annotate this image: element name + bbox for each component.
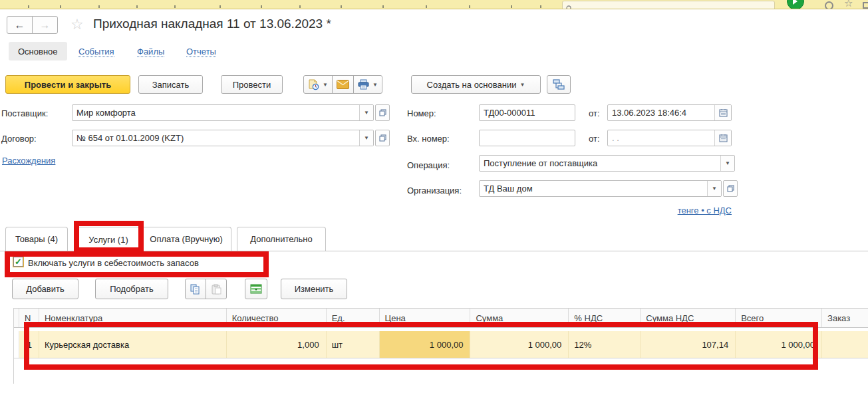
chevron-down-icon[interactable]: ▼: [707, 181, 721, 196]
paste-rows-button[interactable]: [206, 279, 227, 299]
col-quantity: Количество: [227, 309, 327, 327]
create-based-on-button[interactable]: Создать на основании ▼: [411, 75, 541, 94]
open-in-window-icon: [379, 134, 386, 142]
cell-price-selected[interactable]: 1 000,00: [380, 331, 471, 358]
date-label: от:: [589, 108, 600, 118]
open-in-window-icon: [379, 109, 386, 116]
tab-goods[interactable]: Товары (4): [5, 227, 68, 251]
print-button[interactable]: ▼: [353, 75, 382, 94]
change-list-settings-button[interactable]: [245, 279, 267, 299]
incoming-date-value: . .: [612, 133, 619, 143]
calendar-icon[interactable]: [714, 130, 731, 146]
cell-unit[interactable]: шт: [327, 331, 380, 358]
organization-field[interactable]: ТД Ваш дом ▼: [479, 180, 722, 197]
forward-button[interactable]: →: [32, 16, 58, 34]
col-unit: Ед.: [327, 309, 380, 327]
contract-open-button[interactable]: [375, 130, 390, 146]
invoice-window: ☆ ← → ☆ Приходная накладная 11 от 13.06.…: [0, 0, 868, 401]
back-button[interactable]: ←: [7, 16, 33, 34]
organization-open-button[interactable]: [723, 180, 738, 197]
contract-field[interactable]: № 654 от 01.01.2009 (KZT) ▼: [72, 130, 374, 146]
menu-icon[interactable]: [863, 2, 868, 9]
envelope-icon: [337, 80, 349, 89]
tab-reports[interactable]: Отчеты: [186, 47, 216, 57]
cell-total[interactable]: 1 000,00: [736, 331, 822, 358]
number-label: Номер:: [407, 108, 436, 118]
add-row-button[interactable]: Добавить: [12, 279, 78, 299]
tab-services[interactable]: Услуги (1): [77, 227, 140, 251]
row-marker-header: [14, 309, 19, 327]
copy-rows-button[interactable]: [185, 279, 206, 299]
pick-button[interactable]: Подобрать: [95, 279, 168, 299]
tab-payment[interactable]: Оплата (Вручную): [141, 227, 231, 251]
discrepancies-link[interactable]: Расхождения: [2, 156, 55, 166]
table-header-row: N Номенклатура Количество Ед. Цена Сумма…: [14, 308, 868, 328]
include-services-checkbox[interactable]: ✓: [13, 257, 23, 267]
clipboard-group: [185, 279, 227, 299]
tab-files[interactable]: Файлы: [137, 47, 164, 57]
col-vat-amount: Сумма НДС: [641, 309, 736, 327]
paste-icon: [212, 284, 221, 295]
post-report-button[interactable]: ▼: [303, 75, 333, 94]
operation-select[interactable]: Поступление от поставщика ▼: [479, 155, 735, 172]
supplier-open-button[interactable]: [375, 104, 390, 121]
history-icon[interactable]: [825, 1, 833, 9]
operation-label: Операция:: [407, 160, 450, 170]
tab-additional[interactable]: Дополнительно: [237, 227, 326, 251]
chevron-down-icon[interactable]: ▼: [359, 130, 373, 146]
post-and-close-button[interactable]: Провести и закрыть: [5, 75, 130, 94]
search-icon: [566, 5, 573, 9]
currency-vat-link[interactable]: тенге • с НДС: [642, 205, 732, 215]
create-based-on-label: Создать на основании: [427, 80, 517, 90]
cell-order[interactable]: [822, 331, 868, 358]
tab-main[interactable]: Основное: [9, 42, 67, 61]
edit-row-button[interactable]: Изменить: [281, 279, 347, 299]
col-order: Заказ: [822, 309, 868, 327]
post-button[interactable]: Провести: [221, 75, 283, 94]
save-button[interactable]: Записать: [138, 75, 203, 94]
cell-quantity[interactable]: 1,000: [227, 331, 327, 358]
favorite-star-icon[interactable]: ☆: [71, 16, 84, 33]
open-in-window-icon: [727, 185, 734, 192]
favorites-icon[interactable]: ☆: [844, 0, 853, 9]
supplier-field[interactable]: Мир комфорта ▼: [72, 104, 374, 121]
cell-vat-rate[interactable]: 12%: [569, 331, 641, 358]
global-search-input[interactable]: [562, 1, 775, 9]
cell-vat-amount[interactable]: 107,14: [641, 331, 736, 358]
page-title: Приходная накладная 11 от 13.06.2023 *: [93, 17, 331, 31]
dropdown-arrow-icon: ▼: [372, 82, 378, 88]
date-field[interactable]: 13.06.2023 18:46:4: [607, 104, 732, 121]
cell-n[interactable]: 1: [19, 331, 39, 358]
number-field[interactable]: ТД00-000011: [479, 104, 575, 121]
document-structure-icon: [553, 79, 565, 90]
related-documents-button[interactable]: [547, 75, 571, 94]
history-nav: ← →: [7, 16, 58, 34]
services-table: N Номенклатура Количество Ед. Цена Сумма…: [13, 308, 868, 384]
document-clock-icon: [308, 79, 319, 90]
contract-label: Договор:: [1, 134, 37, 144]
chevron-down-icon[interactable]: ▼: [359, 105, 373, 120]
col-amount: Сумма: [470, 309, 569, 327]
supplier-value: Мир комфорта: [76, 108, 136, 118]
send-email-button[interactable]: [332, 75, 354, 94]
tab-events[interactable]: События: [78, 47, 114, 57]
incoming-number-field[interactable]: [479, 130, 575, 146]
go-button[interactable]: [787, 0, 804, 9]
number-value: ТД00-000011: [484, 108, 535, 118]
incoming-date-field[interactable]: . .: [607, 130, 732, 146]
doc-actions-group: ▼ ▼: [303, 75, 382, 94]
cell-amount[interactable]: 1 000,00: [470, 331, 569, 358]
cell-nomenclature[interactable]: Курьерская доставка: [39, 331, 227, 358]
col-price: Цена: [380, 309, 471, 327]
supplier-label: Поставщик:: [1, 108, 48, 118]
table-settings-icon: [250, 284, 262, 294]
organization-label: Организация:: [407, 186, 462, 196]
calendar-icon[interactable]: [714, 105, 731, 120]
col-nomenclature: Номенклатура: [39, 309, 227, 327]
table-row[interactable]: 1 Курьерская доставка 1,000 шт 1 000,00 …: [14, 331, 868, 358]
chevron-down-icon[interactable]: ▼: [720, 156, 734, 171]
date-value: 13.06.2023 18:46:4: [612, 108, 686, 118]
incoming-date-label: от:: [589, 134, 600, 144]
printer-icon: [358, 79, 369, 90]
include-services-label: Включать услуги в себестоимость запасов: [28, 258, 199, 268]
